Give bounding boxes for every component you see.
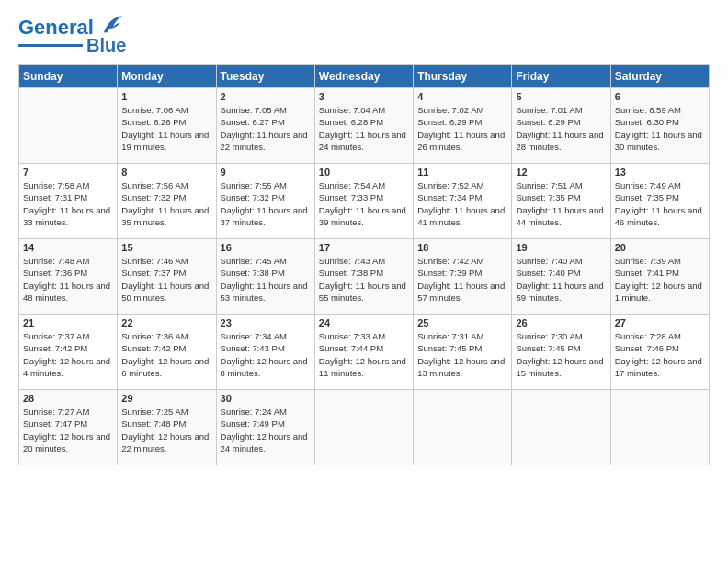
cell-w2-d6: 20Sunrise: 7:39 AMSunset: 7:41 PMDayligh… (610, 239, 709, 315)
cell-content: Sunrise: 7:06 AMSunset: 6:26 PMDaylight:… (121, 105, 209, 152)
cell-w1-d2: 9Sunrise: 7:55 AMSunset: 7:32 PMDaylight… (216, 164, 314, 239)
week-row-4: 21Sunrise: 7:37 AMSunset: 7:42 PMDayligh… (19, 315, 710, 390)
day-number: 19 (516, 242, 606, 253)
day-number: 3 (319, 91, 409, 102)
day-number: 26 (516, 317, 606, 328)
day-number: 23 (221, 317, 311, 328)
cell-content: Sunrise: 6:59 AMSunset: 6:30 PMDaylight:… (615, 105, 702, 152)
cell-w3-d2: 23Sunrise: 7:34 AMSunset: 7:43 PMDayligh… (216, 315, 314, 390)
logo-icon (97, 14, 124, 38)
col-wednesday: Wednesday (314, 65, 413, 88)
day-number: 29 (121, 393, 211, 404)
cell-w3-d4: 25Sunrise: 7:31 AMSunset: 7:45 PMDayligh… (414, 315, 512, 390)
header-row: SundayMondayTuesdayWednesdayThursdayFrid… (19, 65, 710, 88)
cell-content: Sunrise: 7:58 AMSunset: 7:31 PMDaylight:… (23, 180, 110, 227)
day-number: 6 (615, 91, 705, 102)
col-thursday: Thursday (414, 65, 512, 88)
col-monday: Monday (118, 65, 216, 88)
cell-w4-d0: 28Sunrise: 7:27 AMSunset: 7:47 PMDayligh… (19, 390, 118, 465)
cell-content: Sunrise: 7:24 AMSunset: 7:49 PMDaylight:… (221, 407, 308, 454)
cell-content: Sunrise: 7:42 AMSunset: 7:39 PMDaylight:… (417, 256, 505, 303)
cell-w3-d5: 26Sunrise: 7:30 AMSunset: 7:45 PMDayligh… (512, 315, 610, 390)
cell-content: Sunrise: 7:37 AMSunset: 7:42 PMDaylight:… (23, 331, 110, 378)
day-number: 2 (221, 91, 311, 102)
cell-content: Sunrise: 7:40 AMSunset: 7:40 PMDaylight:… (516, 256, 603, 303)
day-number: 11 (417, 167, 507, 178)
cell-content: Sunrise: 7:28 AMSunset: 7:46 PMDaylight:… (615, 331, 702, 378)
cell-content: Sunrise: 7:46 AMSunset: 7:37 PMDaylight:… (121, 256, 209, 303)
cell-w2-d1: 15Sunrise: 7:46 AMSunset: 7:37 PMDayligh… (118, 239, 216, 315)
col-tuesday: Tuesday (216, 65, 314, 88)
cell-content: Sunrise: 7:51 AMSunset: 7:35 PMDaylight:… (516, 180, 603, 227)
day-number: 17 (319, 242, 409, 253)
cell-w4-d2: 30Sunrise: 7:24 AMSunset: 7:49 PMDayligh… (216, 390, 314, 465)
cell-content: Sunrise: 7:36 AMSunset: 7:42 PMDaylight:… (121, 331, 209, 378)
cell-w2-d2: 16Sunrise: 7:45 AMSunset: 7:38 PMDayligh… (216, 239, 314, 315)
cell-w2-d4: 18Sunrise: 7:42 AMSunset: 7:39 PMDayligh… (414, 239, 512, 315)
cell-w0-d4: 4Sunrise: 7:02 AMSunset: 6:29 PMDaylight… (414, 88, 512, 164)
cell-w1-d5: 12Sunrise: 7:51 AMSunset: 7:35 PMDayligh… (512, 164, 610, 239)
cell-w3-d6: 27Sunrise: 7:28 AMSunset: 7:46 PMDayligh… (610, 315, 709, 390)
logo-general: General (18, 16, 94, 39)
day-number: 7 (23, 167, 113, 178)
cell-content: Sunrise: 7:45 AMSunset: 7:38 PMDaylight:… (221, 256, 308, 303)
cell-w0-d2: 2Sunrise: 7:05 AMSunset: 6:27 PMDaylight… (216, 88, 314, 164)
week-row-5: 28Sunrise: 7:27 AMSunset: 7:47 PMDayligh… (19, 390, 710, 465)
day-number: 8 (121, 167, 211, 178)
cell-w4-d6 (610, 390, 709, 465)
day-number: 22 (121, 317, 211, 328)
col-sunday: Sunday (19, 65, 118, 88)
cell-content: Sunrise: 7:05 AMSunset: 6:27 PMDaylight:… (221, 105, 308, 152)
cell-w0-d6: 6Sunrise: 6:59 AMSunset: 6:30 PMDaylight… (610, 88, 709, 164)
cell-w4-d1: 29Sunrise: 7:25 AMSunset: 7:48 PMDayligh… (118, 390, 216, 465)
day-number: 30 (221, 393, 311, 404)
col-saturday: Saturday (610, 65, 709, 88)
header: General Blue (18, 17, 710, 55)
cell-w1-d1: 8Sunrise: 7:56 AMSunset: 7:32 PMDaylight… (118, 164, 216, 239)
day-number: 18 (417, 242, 507, 253)
day-number: 15 (121, 242, 211, 253)
cell-content: Sunrise: 7:27 AMSunset: 7:47 PMDaylight:… (23, 407, 110, 454)
cell-content: Sunrise: 7:49 AMSunset: 7:35 PMDaylight:… (615, 180, 702, 227)
cell-w4-d3 (314, 390, 413, 465)
logo: General Blue (18, 17, 126, 55)
cell-content: Sunrise: 7:30 AMSunset: 7:45 PMDaylight:… (516, 331, 603, 378)
week-row-1: 1Sunrise: 7:06 AMSunset: 6:26 PMDaylight… (19, 88, 710, 164)
cell-content: Sunrise: 7:56 AMSunset: 7:32 PMDaylight:… (121, 180, 209, 227)
cell-w0-d5: 5Sunrise: 7:01 AMSunset: 6:29 PMDaylight… (512, 88, 610, 164)
cell-w2-d3: 17Sunrise: 7:43 AMSunset: 7:38 PMDayligh… (314, 239, 413, 315)
cell-w1-d6: 13Sunrise: 7:49 AMSunset: 7:35 PMDayligh… (610, 164, 709, 239)
cell-w1-d4: 11Sunrise: 7:52 AMSunset: 7:34 PMDayligh… (414, 164, 512, 239)
week-row-2: 7Sunrise: 7:58 AMSunset: 7:31 PMDaylight… (19, 164, 710, 239)
cell-w0-d3: 3Sunrise: 7:04 AMSunset: 6:28 PMDaylight… (314, 88, 413, 164)
day-number: 12 (516, 167, 606, 178)
week-row-3: 14Sunrise: 7:48 AMSunset: 7:36 PMDayligh… (19, 239, 710, 315)
cell-w2-d5: 19Sunrise: 7:40 AMSunset: 7:40 PMDayligh… (512, 239, 610, 315)
cell-content: Sunrise: 7:54 AMSunset: 7:33 PMDaylight:… (319, 180, 406, 227)
cell-w0-d1: 1Sunrise: 7:06 AMSunset: 6:26 PMDaylight… (118, 88, 216, 164)
cell-content: Sunrise: 7:52 AMSunset: 7:34 PMDaylight:… (417, 180, 505, 227)
day-number: 4 (417, 91, 507, 102)
cell-w0-d0 (19, 88, 118, 164)
cell-content: Sunrise: 7:33 AMSunset: 7:44 PMDaylight:… (319, 331, 406, 378)
logo-text: General (18, 17, 94, 39)
cell-w1-d3: 10Sunrise: 7:54 AMSunset: 7:33 PMDayligh… (314, 164, 413, 239)
cell-content: Sunrise: 7:01 AMSunset: 6:29 PMDaylight:… (516, 105, 603, 152)
day-number: 27 (615, 317, 705, 328)
day-number: 28 (23, 393, 113, 404)
page: General Blue SundayMondayTuesdayWe (0, 0, 728, 475)
cell-w3-d1: 22Sunrise: 7:36 AMSunset: 7:42 PMDayligh… (118, 315, 216, 390)
day-number: 24 (319, 317, 409, 328)
logo-blue: Blue (86, 35, 126, 55)
day-number: 5 (516, 91, 606, 102)
cell-content: Sunrise: 7:48 AMSunset: 7:36 PMDaylight:… (23, 256, 110, 303)
day-number: 25 (417, 317, 507, 328)
day-number: 13 (615, 167, 705, 178)
cell-w2-d0: 14Sunrise: 7:48 AMSunset: 7:36 PMDayligh… (19, 239, 118, 315)
cell-w3-d0: 21Sunrise: 7:37 AMSunset: 7:42 PMDayligh… (19, 315, 118, 390)
col-friday: Friday (512, 65, 610, 88)
day-number: 14 (23, 242, 113, 253)
cell-content: Sunrise: 7:43 AMSunset: 7:38 PMDaylight:… (319, 256, 406, 303)
day-number: 16 (221, 242, 311, 253)
day-number: 21 (23, 317, 113, 328)
